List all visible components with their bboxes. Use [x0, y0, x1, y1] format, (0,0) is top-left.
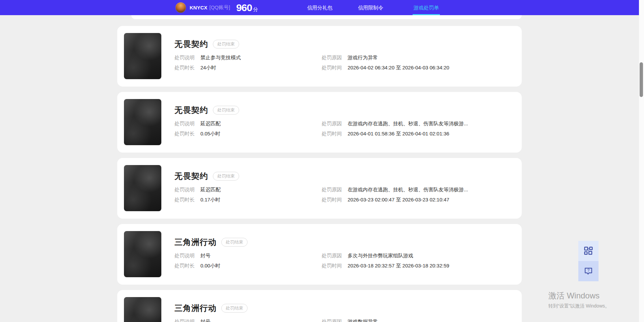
game-thumbnail — [124, 297, 161, 322]
qr-code-icon — [583, 246, 593, 256]
value-duration: 0.05小时 — [200, 130, 220, 137]
windows-watermark: 激活 Windows 转到“设置”以激活 Windows。 — [548, 290, 610, 309]
scrollbar-track[interactable] — [639, 0, 644, 322]
game-title: 无畏契约 — [174, 39, 208, 50]
value-duration: 24小时 — [200, 64, 216, 71]
label-time: 处罚时间 — [322, 262, 342, 269]
label-desc: 处罚说明 — [174, 54, 195, 61]
value-desc: 封号 — [200, 252, 211, 259]
game-title: 无畏契约 — [174, 105, 208, 116]
avatar — [175, 2, 186, 13]
header-tabs: 信用分礼包 信用限制令 游戏处罚单 — [307, 0, 439, 15]
game-thumbnail — [124, 231, 161, 277]
value-desc: 封号 — [200, 318, 211, 322]
svg-text:?: ? — [587, 268, 590, 273]
tab-game-punishment[interactable]: 游戏处罚单 — [414, 0, 439, 15]
game-title: 三角洲行动 — [174, 303, 217, 314]
label-duration: 处罚时长 — [174, 64, 195, 71]
status-badge: 处罚结束 — [221, 304, 248, 313]
qr-code-button[interactable] — [578, 241, 599, 261]
label-reason: 处罚原因 — [322, 252, 342, 259]
status-badge: 处罚结束 — [213, 106, 239, 115]
punishment-list: 无畏契约 处罚结束 处罚说明 禁止参与竞技模式 处罚原因 游戏行为异常 处罚时 — [117, 26, 522, 322]
label-desc: 处罚说明 — [174, 120, 195, 127]
status-badge: 处罚结束 — [213, 40, 239, 49]
value-time: 2026-03-18 20:32:57 至 2026-03-18 20:32:5… — [348, 262, 449, 269]
value-desc: 延迟匹配 — [200, 186, 221, 193]
punishment-card: 三角洲行动 处罚结束 处罚说明 封号 处罚原因 多次与外挂作弊玩家组队游戏 处 — [117, 224, 522, 285]
value-reason: 游戏数据异常 — [348, 318, 378, 322]
value-reason: 在游戏内存在逃跑、挂机、秒退、伤害队友等消极游... — [348, 120, 468, 127]
username: KNYCX — [190, 5, 207, 10]
label-desc: 处罚说明 — [174, 186, 195, 193]
credit-score: 960 分 — [236, 2, 258, 13]
game-thumbnail — [124, 165, 161, 211]
label-desc: 处罚说明 — [174, 318, 195, 322]
tab-credit-restriction[interactable]: 信用限制令 — [358, 0, 383, 15]
value-desc: 延迟匹配 — [200, 120, 221, 127]
label-duration: 处罚时长 — [174, 130, 195, 137]
label-time: 处罚时间 — [322, 196, 342, 203]
value-reason: 游戏行为异常 — [348, 54, 378, 61]
previous-card-partial — [131, 15, 522, 19]
floating-buttons: ? — [578, 241, 599, 281]
credit-score-unit: 分 — [253, 6, 258, 13]
status-badge: 处罚结束 — [213, 172, 239, 181]
label-time: 处罚时间 — [322, 130, 342, 137]
game-punishment-page: KNYCX [QQ账号] 960 分 信用分礼包 信用限制令 游戏处罚单 无畏契… — [0, 0, 644, 322]
punishment-card: 无畏契约 处罚结束 处罚说明 延迟匹配 处罚原因 在游戏内存在逃跑、挂机、秒退、… — [117, 92, 522, 153]
punishment-card: 三角洲行动 处罚结束 处罚说明 封号 处罚原因 游戏数据异常 — [117, 290, 522, 322]
game-title: 三角洲行动 — [174, 237, 217, 248]
label-time: 处罚时间 — [322, 64, 342, 71]
account-type-tag: [QQ账号] — [210, 4, 230, 11]
value-duration: 0.00小时 — [200, 262, 220, 269]
value-reason: 在游戏内存在逃跑、挂机、秒退、伤害队友等消极游... — [348, 186, 468, 193]
watermark-title: 激活 Windows — [548, 290, 610, 301]
label-duration: 处罚时长 — [174, 262, 195, 269]
value-desc: 禁止参与竞技模式 — [200, 54, 241, 61]
user-info: KNYCX [QQ账号] 960 分 — [175, 0, 258, 15]
value-time: 2026-04-01 01:58:36 至 2026-04-01 02:01:3… — [348, 130, 449, 137]
help-icon: ? — [583, 266, 593, 276]
label-reason: 处罚原因 — [322, 186, 342, 193]
watermark-subtitle: 转到“设置”以激活 Windows。 — [548, 303, 610, 309]
help-button[interactable]: ? — [578, 261, 599, 281]
value-time: 2026-03-23 02:00:47 至 2026-03-23 02:10:4… — [348, 196, 449, 203]
punishment-card: 无畏契约 处罚结束 处罚说明 延迟匹配 处罚原因 在游戏内存在逃跑、挂机、秒退、… — [117, 158, 522, 219]
status-badge: 处罚结束 — [221, 238, 248, 247]
game-thumbnail — [124, 33, 161, 79]
header: KNYCX [QQ账号] 960 分 信用分礼包 信用限制令 游戏处罚单 — [0, 0, 644, 15]
game-title: 无畏契约 — [174, 171, 208, 182]
label-reason: 处罚原因 — [322, 120, 342, 127]
credit-score-value: 960 — [236, 2, 252, 13]
game-thumbnail — [124, 99, 161, 145]
punishment-card: 无畏契约 处罚结束 处罚说明 禁止参与竞技模式 处罚原因 游戏行为异常 处罚时 — [117, 26, 522, 87]
value-reason: 多次与外挂作弊玩家组队游戏 — [348, 252, 413, 259]
value-time: 2026-04-02 06:34:20 至 2026-04-03 06:34:2… — [348, 64, 449, 71]
value-duration: 0.17小时 — [200, 196, 220, 203]
scrollbar-thumb[interactable] — [640, 62, 643, 97]
tab-credit-gift[interactable]: 信用分礼包 — [307, 0, 332, 15]
label-desc: 处罚说明 — [174, 252, 195, 259]
label-duration: 处罚时长 — [174, 196, 195, 203]
label-reason: 处罚原因 — [322, 318, 342, 322]
label-reason: 处罚原因 — [322, 54, 342, 61]
